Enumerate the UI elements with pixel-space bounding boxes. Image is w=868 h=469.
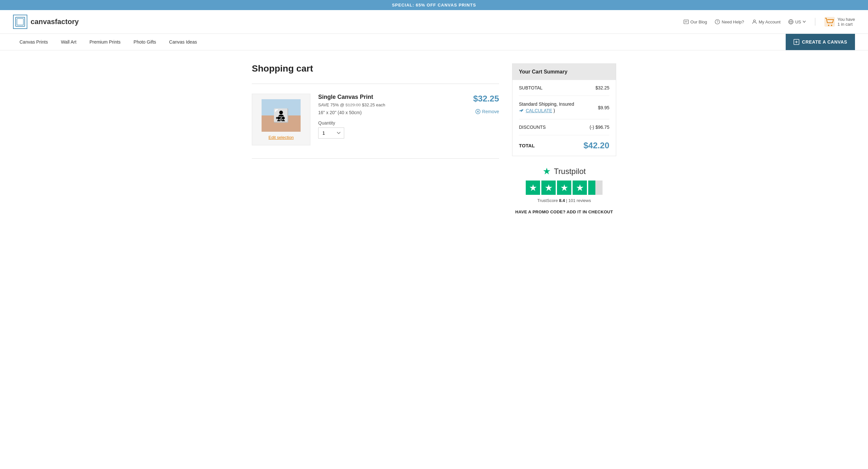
banner-text: SPECIAL: 65% OFF CANVAS PRINTS xyxy=(392,3,476,7)
help-label: Need Help? xyxy=(722,20,744,24)
trustpilot-star-icon: ★ xyxy=(542,166,551,177)
create-canvas-icon xyxy=(794,39,799,45)
cart-you-have: You have xyxy=(837,17,855,22)
remove-circle-icon xyxy=(475,109,480,114)
trustscore-text: TrustScore 8.4 | 101 reviews xyxy=(537,198,591,203)
logo-text: canvasfactory xyxy=(31,18,79,26)
item-price: $32.25 xyxy=(473,94,499,104)
shipping-label: Standard Shipping, Insured CALCULATE ) xyxy=(519,101,574,114)
logo-factory: factory xyxy=(55,18,79,26)
star-4: ★ xyxy=(572,181,587,195)
svg-point-7 xyxy=(753,20,755,22)
header-nav: Our Blog ? Need Help? My Account US You … xyxy=(684,17,855,27)
edit-selection-link[interactable]: Edit selection xyxy=(269,135,293,140)
header-nav-account[interactable]: My Account xyxy=(752,19,780,24)
cart-bottom-divider xyxy=(252,158,499,159)
summary-total-row: TOTAL $42.20 xyxy=(519,135,609,156)
item-image-wrap: Edit selection xyxy=(252,94,310,146)
discounts-value: (-) $96.75 xyxy=(590,125,609,130)
nav-canvas-ideas[interactable]: Canvas Ideas xyxy=(163,34,204,50)
item-price-remove: $32.25 Remove xyxy=(460,94,499,114)
cart-icon xyxy=(825,17,835,27)
discounts-label: DISCOUNTS xyxy=(519,125,546,130)
nav-wall-art[interactable]: Wall Art xyxy=(54,34,83,50)
svg-rect-1 xyxy=(17,19,24,25)
logo-icon xyxy=(13,14,27,29)
header: canvasfactory Our Blog ? Need Help? My A… xyxy=(0,10,868,34)
cart-item: Edit selection Single Canvas Print SAVE … xyxy=(252,94,499,155)
blog-label: Our Blog xyxy=(690,20,707,24)
svg-rect-13 xyxy=(825,17,835,27)
cart-summary: Your Cart Summary SUBTOTAL $32.25 Standa… xyxy=(512,63,616,214)
cart-top-divider xyxy=(252,84,499,84)
subtotal-value: $32.25 xyxy=(595,85,609,90)
star-3: ★ xyxy=(557,181,571,195)
item-size: 16" x 20" (40 x 50cm) xyxy=(318,110,452,115)
total-value: $42.20 xyxy=(583,140,609,151)
shipping-value: $9.95 xyxy=(598,105,609,110)
header-nav-help[interactable]: ? Need Help? xyxy=(715,19,744,24)
nav-menu: Canvas Prints Wall Art Premium Prints Ph… xyxy=(0,34,868,51)
create-canvas-label: CREATE A CANVAS xyxy=(802,39,847,44)
nav-create-canvas[interactable]: CREATE A CANVAS xyxy=(786,34,855,50)
stars-row: ★ ★ ★ ★ ★ ★ xyxy=(526,181,602,195)
summary-shipping-row: Standard Shipping, Insured CALCULATE ) $… xyxy=(519,96,609,119)
account-label: My Account xyxy=(759,20,780,24)
quantity-select[interactable]: 1 2 3 4 5 xyxy=(318,127,344,138)
summary-body: SUBTOTAL $32.25 Standard Shipping, Insur… xyxy=(513,80,616,156)
star-5: ★ ★ xyxy=(588,181,602,195)
cart-count: 1 in cart xyxy=(837,22,855,27)
nav-canvas-prints[interactable]: Canvas Prints xyxy=(13,34,54,50)
trustpilot-name: Trustpilot xyxy=(554,167,586,176)
summary-box: Your Cart Summary SUBTOTAL $32.25 Standa… xyxy=(512,63,616,156)
header-nav-blog[interactable]: Our Blog xyxy=(684,19,707,24)
page-title: Shopping cart xyxy=(252,63,499,74)
item-save: SAVE 75% @ $129.00 $32.25 each xyxy=(318,102,452,107)
cart-icon-wrap[interactable]: You have 1 in cart xyxy=(825,17,855,27)
calculate-link[interactable]: CALCULATE xyxy=(526,108,552,113)
cart-section: Shopping cart Edit selection Single Canv… xyxy=(252,63,499,214)
quantity-label: Quantity xyxy=(318,120,452,126)
summary-discounts-row: DISCOUNTS (-) $96.75 xyxy=(519,119,609,135)
item-name: Single Canvas Print xyxy=(318,94,452,100)
main-content: Shopping cart Edit selection Single Canv… xyxy=(239,51,629,227)
chevron-down-icon xyxy=(803,21,806,23)
header-nav-region[interactable]: US xyxy=(788,19,806,24)
help-icon: ? xyxy=(715,19,720,24)
nav-photo-gifts[interactable]: Photo Gifts xyxy=(127,34,163,50)
unit-price: $32.25 each xyxy=(362,102,385,107)
plane-icon xyxy=(519,108,524,113)
account-icon xyxy=(752,19,757,24)
star-2: ★ xyxy=(541,181,556,195)
item-photo xyxy=(261,99,301,132)
svg-text:?: ? xyxy=(717,20,719,24)
remove-label: Remove xyxy=(482,109,499,114)
star-1: ★ xyxy=(526,181,540,195)
trustpilot-header: ★ Trustpilot xyxy=(542,166,586,177)
summary-subtotal-row: SUBTOTAL $32.25 xyxy=(519,80,609,96)
cart-text: You have 1 in cart xyxy=(837,17,855,27)
trustpilot-wrap: ★ Trustpilot ★ ★ ★ ★ ★ ★ TrustScore 8.4 … xyxy=(512,166,616,203)
header-divider xyxy=(815,18,815,26)
nav-premium-prints[interactable]: Premium Prints xyxy=(83,34,127,50)
logo[interactable]: canvasfactory xyxy=(13,14,79,29)
save-text: SAVE 75% @ xyxy=(318,102,344,107)
subtotal-label: SUBTOTAL xyxy=(519,85,542,90)
item-image xyxy=(261,99,301,132)
svg-rect-2 xyxy=(684,20,688,24)
remove-button[interactable]: Remove xyxy=(475,109,499,114)
original-price: $129.00 xyxy=(345,102,361,107)
blog-icon xyxy=(684,19,689,24)
summary-header: Your Cart Summary xyxy=(513,64,616,80)
total-label: TOTAL xyxy=(519,143,535,148)
top-banner: SPECIAL: 65% OFF CANVAS PRINTS xyxy=(0,0,868,10)
logo-canvas: canvas xyxy=(31,18,55,26)
item-details: Single Canvas Print SAVE 75% @ $129.00 $… xyxy=(318,94,452,138)
region-label: US xyxy=(795,20,801,24)
promo-code-text: HAVE A PROMO CODE? ADD IT IN CHECKOUT xyxy=(512,210,616,214)
globe-icon xyxy=(788,19,794,24)
